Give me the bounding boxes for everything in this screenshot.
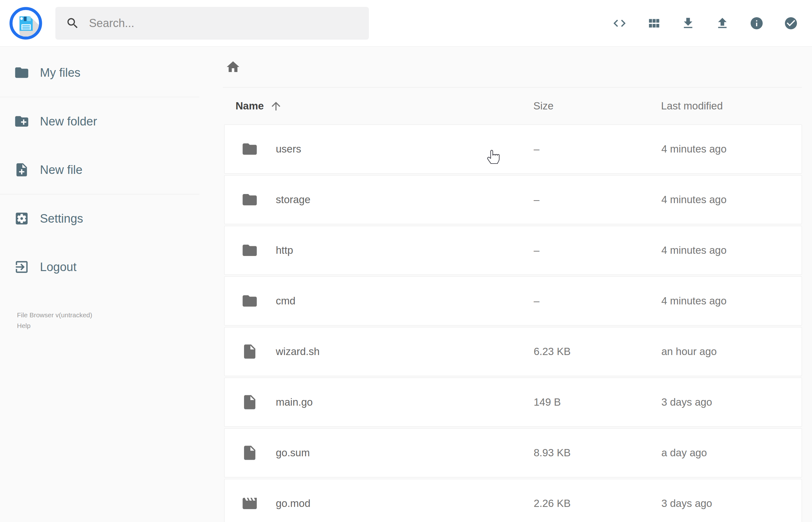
column-header-name[interactable]: Name xyxy=(224,100,533,113)
column-header-modified[interactable]: Last modified xyxy=(661,100,802,112)
upload-button[interactable] xyxy=(715,16,730,31)
file-name: wizard.sh xyxy=(276,346,320,358)
search-bar xyxy=(55,7,369,40)
breadcrumb-home-button[interactable] xyxy=(225,59,241,75)
settings-icon xyxy=(14,211,29,226)
check-circle-icon xyxy=(784,16,798,31)
table-row[interactable]: main.go 149 B 3 days ago xyxy=(224,378,802,427)
file-modified: 4 minutes ago xyxy=(662,295,801,307)
file-size: 6.23 KB xyxy=(534,346,662,358)
search-input[interactable] xyxy=(89,17,347,30)
file-modified: 3 days ago xyxy=(662,498,801,509)
home-icon xyxy=(225,59,241,75)
file-size: 149 B xyxy=(534,396,662,408)
file-listing: Name Size Last modified users – 4 minute… xyxy=(199,46,812,522)
switch-view-button[interactable] xyxy=(647,16,661,31)
topbar-actions xyxy=(612,16,798,31)
file-size: – xyxy=(534,143,662,155)
table-row[interactable]: wizard.sh 6.23 KB an hour ago xyxy=(224,327,802,376)
file-name: go.mod xyxy=(276,498,310,509)
folder-icon xyxy=(14,65,29,80)
file-size: – xyxy=(534,244,662,256)
info-button[interactable] xyxy=(749,16,764,31)
sidebar: My files New folder New file Settings Lo… xyxy=(0,46,199,522)
breadcrumb xyxy=(224,46,802,87)
version-label: File Browser v(untracked) xyxy=(17,310,92,320)
sidebar-item-label: My files xyxy=(40,66,81,80)
file-size: 2.26 KB xyxy=(534,498,662,509)
file-name: http xyxy=(276,244,293,256)
file-name: main.go xyxy=(276,396,312,408)
sidebar-item-label: New file xyxy=(40,163,82,177)
new-file-icon xyxy=(14,162,29,178)
file-name: go.sum xyxy=(276,447,310,459)
table-row[interactable]: users – 4 minutes ago xyxy=(224,124,802,174)
filebrowser-logo-icon[interactable] xyxy=(9,7,42,40)
file-modified: a day ago xyxy=(662,447,801,459)
upload-icon xyxy=(715,16,730,31)
table-row[interactable]: go.mod 2.26 KB 3 days ago xyxy=(224,479,802,522)
sidebar-item-label: Logout xyxy=(40,260,76,274)
file-name: storage xyxy=(276,194,310,206)
logout-icon xyxy=(14,259,29,275)
file-icon xyxy=(241,444,258,461)
grid-view-icon xyxy=(647,16,661,31)
listing-rows: users – 4 minutes ago storage – 4 minute… xyxy=(224,124,802,522)
file-modified: 4 minutes ago xyxy=(662,143,801,155)
file-modified: 4 minutes ago xyxy=(662,244,801,256)
file-size: – xyxy=(534,295,662,307)
listing-header: Name Size Last modified xyxy=(224,87,802,124)
sort-ascending-icon xyxy=(269,100,282,113)
file-size: 8.93 KB xyxy=(534,447,662,459)
file-name: cmd xyxy=(276,295,295,307)
file-modified: 3 days ago xyxy=(662,396,801,408)
info-icon xyxy=(749,16,764,31)
topbar xyxy=(0,0,812,46)
sidebar-footer: File Browser v(untracked) Help xyxy=(17,310,92,331)
folder-icon xyxy=(241,191,258,208)
column-header-size[interactable]: Size xyxy=(533,100,661,112)
sidebar-item-label: New folder xyxy=(40,115,97,128)
raw-view-button[interactable] xyxy=(612,16,627,31)
file-modified: 4 minutes ago xyxy=(662,194,801,206)
table-row[interactable]: http – 4 minutes ago xyxy=(224,226,802,275)
download-button[interactable] xyxy=(681,16,695,31)
file-icon xyxy=(241,343,258,360)
help-link[interactable]: Help xyxy=(17,320,92,331)
folder-icon xyxy=(241,242,258,259)
select-multiple-button[interactable] xyxy=(784,16,798,31)
search-icon xyxy=(66,16,80,30)
code-icon xyxy=(612,16,627,31)
sidebar-item-settings[interactable]: Settings xyxy=(0,194,199,243)
table-row[interactable]: storage – 4 minutes ago xyxy=(224,175,802,224)
folder-icon xyxy=(241,141,258,158)
sidebar-item-label: Settings xyxy=(40,212,83,225)
sidebar-item-new-file[interactable]: New file xyxy=(0,146,199,194)
new-folder-icon xyxy=(14,114,29,129)
sidebar-item-logout[interactable]: Logout xyxy=(0,243,199,291)
file-name: users xyxy=(276,143,301,155)
sidebar-item-my-files[interactable]: My files xyxy=(0,48,199,97)
file-modified: an hour ago xyxy=(662,346,801,358)
table-row[interactable]: cmd – 4 minutes ago xyxy=(224,276,802,325)
file-size: – xyxy=(534,194,662,206)
folder-icon xyxy=(241,293,258,309)
download-icon xyxy=(681,16,695,31)
file-icon xyxy=(241,394,258,411)
sidebar-item-new-folder[interactable]: New folder xyxy=(0,97,199,146)
table-row[interactable]: go.sum 8.93 KB a day ago xyxy=(224,428,802,477)
movie-file-icon xyxy=(241,495,258,512)
